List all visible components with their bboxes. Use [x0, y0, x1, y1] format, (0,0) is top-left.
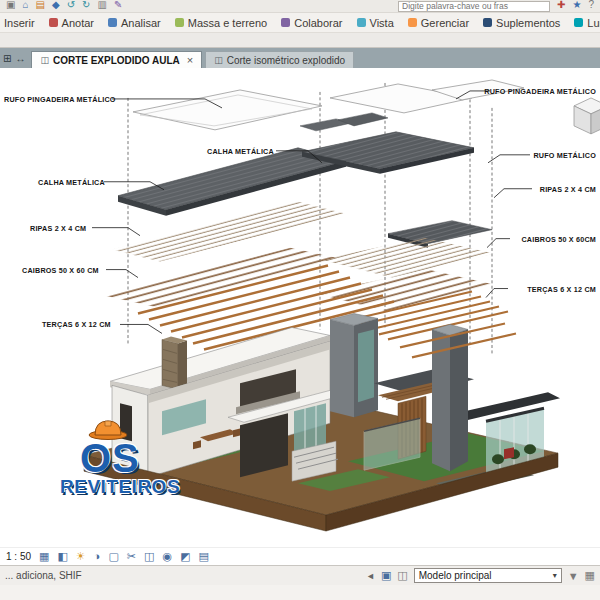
view-control-bar: 1 : 50 ▦ ◧ ☀ ◑ ▢ ✂ ◫ ◉ ◩ ▤	[0, 547, 600, 565]
filter-icon[interactable]: ▼	[568, 570, 579, 582]
ribbon-tab-label: Lumion®	[587, 17, 600, 29]
massa-tab-icon	[175, 18, 184, 27]
open-icon[interactable]: ▤	[36, 0, 45, 10]
label-caibros-right[interactable]: CAIBROS 50 X 60CM	[521, 235, 596, 244]
switch-views-icon[interactable]: ↔	[15, 53, 25, 64]
colaborar-tab-icon	[281, 18, 290, 27]
label-tercas-left[interactable]: TERÇAS 6 X 12 CM	[42, 320, 111, 329]
ribbon-tab-gerenciar[interactable]: Gerenciar	[401, 13, 476, 32]
detail-level-icon[interactable]: ▦	[39, 551, 49, 562]
view-tab-label: Corte isométrico explodido	[227, 55, 345, 66]
vista-tab-icon	[357, 18, 366, 27]
bottom-filler	[0, 585, 600, 600]
worksets-icon[interactable]: ◫	[397, 569, 407, 582]
help-icon[interactable]: ?	[588, 0, 594, 10]
label-ripas-left[interactable]: RIPAS 2 X 4 CM	[30, 224, 86, 233]
temporary-hide-icon[interactable]: ◫	[144, 551, 154, 562]
chevron-down-icon: ▾	[553, 571, 557, 580]
label-rufo-right[interactable]: RUFO METÁLICO	[533, 151, 596, 160]
ribbon-tab-label: Vista	[370, 17, 394, 29]
label-calha-left[interactable]: CALHA METÁLICA	[38, 178, 105, 187]
building	[110, 313, 560, 481]
ribbon-tab-analisar[interactable]: Analisar	[101, 13, 168, 32]
view-tab-label: CORTE EXPLODIDO AULA	[53, 55, 180, 66]
ribbon-tab-label: Analisar	[121, 17, 161, 29]
status-text: ... adiciona, SHIF	[5, 570, 82, 581]
close-view-icon[interactable]: ×	[187, 54, 193, 66]
favorites-icon[interactable]: ★	[572, 0, 581, 10]
ribbon-tab-label: Massa e terreno	[188, 17, 267, 29]
ribbon-tab-suplementos[interactable]: Suplementos	[476, 13, 567, 32]
ribbon-tab-lumion[interactable]: Lumion®	[567, 13, 600, 32]
ribbon-tab-label: Gerenciar	[421, 17, 469, 29]
ribbon-tab-label: Inserir	[4, 17, 35, 29]
undo-icon[interactable]: ↺	[67, 0, 75, 10]
print-icon[interactable]: ▥	[97, 0, 106, 10]
ribbon-tab-label: Suplementos	[496, 17, 560, 29]
view-tab-tools: ⊞ ↔	[3, 48, 25, 68]
ribbon-tab-label: Anotar	[62, 17, 94, 29]
select-toggle-icon[interactable]: ▦	[585, 569, 595, 582]
shadows-icon[interactable]: ◑	[94, 551, 101, 562]
suplementos-tab-icon	[483, 18, 492, 27]
rufo-pingadeira-layer	[133, 80, 524, 131]
drawing-area[interactable]: RUFO PINGADEIRA METÁLICO CALHA METÁLICA …	[0, 68, 600, 547]
section-view-icon: ◫	[40, 55, 49, 65]
scroll-left-icon[interactable]: ◄	[366, 571, 375, 581]
view-tab-corte-explodido-aula[interactable]: ◫ CORTE EXPLODIDO AULA ×	[31, 51, 202, 68]
label-caibros-left[interactable]: CAIBROS 50 X 60 CM	[22, 266, 99, 275]
exploded-section-model: RUFO PINGADEIRA METÁLICO CALHA METÁLICA …	[0, 68, 600, 547]
label-rufo-pingadeira-left[interactable]: RUFO PINGADEIRA METÁLICO	[4, 95, 116, 104]
lumion-tab-icon	[574, 18, 583, 27]
tile-views-icon[interactable]: ⊞	[3, 53, 11, 64]
editable-only-icon[interactable]: ▣	[381, 569, 391, 582]
label-tercas-right[interactable]: TERÇAS 6 X 12 CM	[527, 285, 596, 294]
status-bar: ... adiciona, SHIF ◄ ▣ ◫ Modelo principa…	[0, 565, 600, 585]
sun-path-icon[interactable]: ☀	[76, 551, 86, 562]
analisar-tab-icon	[108, 18, 117, 27]
ribbon-tab-inserir[interactable]: Inserir	[0, 13, 42, 32]
section-view-icon: ◫	[214, 55, 223, 65]
anotar-tab-icon	[49, 18, 58, 27]
app-button-icon[interactable]: ▣	[6, 0, 15, 10]
design-option-dropdown[interactable]: Modelo principal ▾	[414, 568, 562, 583]
revit-window: ▣ ⌂ ▤ ◆ ↺ ↻ ▥ ✎ ✚ ★ ? Inserir Anotar Ana…	[0, 0, 600, 600]
quick-access-toolbar: ▣ ⌂ ▤ ◆ ↺ ↻ ▥ ✎ ✚ ★ ?	[0, 0, 600, 13]
search-input[interactable]	[398, 1, 550, 12]
gerenciar-tab-icon	[408, 18, 417, 27]
crop-view-icon[interactable]: ▢	[108, 551, 118, 562]
label-rufo-pingadeira-right[interactable]: RUFO PINGADEIRA METÁLICO	[484, 87, 596, 96]
home-icon[interactable]: ⌂	[22, 0, 28, 10]
visual-style-icon[interactable]: ◧	[57, 551, 67, 562]
redo-icon[interactable]: ↻	[82, 0, 90, 10]
label-ripas-right[interactable]: RIPAS 2 X 4 CM	[540, 185, 596, 194]
ribbon-tab-colaborar[interactable]: Colaborar	[274, 13, 349, 32]
scale-button[interactable]: 1 : 50	[6, 551, 31, 562]
design-option-value: Modelo principal	[419, 570, 492, 581]
crop-region-icon[interactable]: ✂	[127, 551, 136, 562]
modify-pencil-icon[interactable]: ✎	[114, 0, 122, 10]
view-tab-bar: ⊞ ↔ ◫ CORTE EXPLODIDO AULA × ◫ Corte iso…	[0, 48, 600, 68]
ribbon-tab-label: Colaborar	[294, 17, 342, 29]
label-calha-top[interactable]: CALHA METÁLICA	[207, 147, 274, 156]
ribbon-tab-massa-e-terreno[interactable]: Massa e terreno	[168, 13, 274, 32]
analytical-model-icon[interactable]: ▤	[198, 551, 208, 562]
reveal-hidden-icon[interactable]: ◉	[162, 551, 172, 562]
view-tab-corte-isometrico[interactable]: ◫ Corte isométrico explodido	[205, 51, 354, 68]
collapsed-ribbon-strip	[0, 33, 600, 48]
metal-roof-right	[302, 132, 492, 248]
ribbon-tab-bar: Inserir Anotar Analisar Massa e terreno …	[0, 13, 600, 33]
temporary-view-properties-icon[interactable]: ◩	[180, 551, 190, 562]
ribbon-tab-vista[interactable]: Vista	[350, 13, 401, 32]
ribbon-tab-anotar[interactable]: Anotar	[42, 13, 101, 32]
view-cube[interactable]	[574, 98, 600, 134]
save-icon[interactable]: ◆	[52, 0, 60, 10]
sign-in-icon[interactable]: ✚	[557, 0, 565, 10]
